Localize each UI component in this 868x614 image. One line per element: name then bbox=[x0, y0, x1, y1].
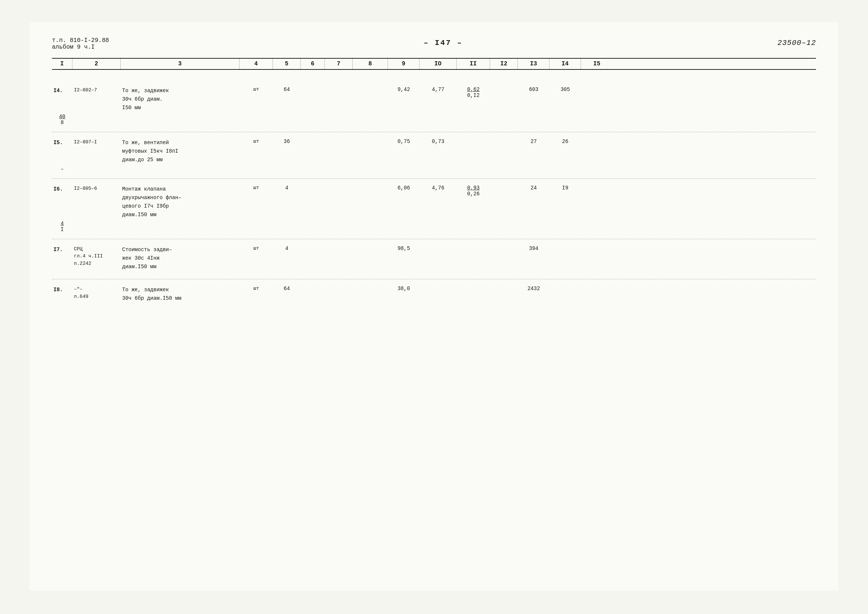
row-col9-14: 4,77 bbox=[420, 86, 457, 93]
table-row: I4. I2–802–7 То же, задвижек30ч 6бр диам… bbox=[52, 80, 816, 132]
col-header-8: 8 bbox=[353, 59, 388, 69]
row-col12-15: 27 bbox=[518, 138, 549, 145]
page: т.п. 810-I-29.88 альбом 9 ч.I – I47 – 23… bbox=[30, 22, 838, 591]
row-col5-17 bbox=[301, 245, 325, 246]
header-center: – I47 – bbox=[424, 39, 463, 47]
row-col10-15 bbox=[457, 138, 490, 139]
row-col9-17 bbox=[420, 245, 457, 246]
table-row: I7. СРЦгл.4 ч.IIIп.2242 Стоимость задви–… bbox=[52, 239, 816, 279]
row-col4-14: 64 bbox=[273, 86, 301, 93]
row-num-15: I5. bbox=[52, 138, 72, 148]
row-col6-18 bbox=[325, 285, 353, 286]
row-col12-18: 2432 bbox=[518, 285, 549, 292]
col-header-1: I bbox=[52, 59, 72, 69]
row-code-15: I2–807–I bbox=[72, 138, 121, 147]
row-col11-18 bbox=[490, 285, 518, 286]
row-col5-15 bbox=[301, 138, 325, 139]
row-col11-17 bbox=[490, 245, 518, 246]
header-line1: т.п. 810-I-29.88 bbox=[52, 37, 109, 44]
header-line2: альбом 9 ч.I bbox=[52, 44, 109, 51]
row-col14-15 bbox=[581, 138, 612, 139]
table-row: I6. I2–805–6 Монтаж клапанадвухрычажного… bbox=[52, 179, 816, 239]
row-col15-16: 4 I bbox=[52, 220, 72, 233]
row-col8-18: 38,0 bbox=[388, 285, 420, 292]
row-col11-14 bbox=[490, 86, 518, 87]
row-col12-16: 24 bbox=[518, 184, 549, 192]
col-header-10: IO bbox=[420, 59, 457, 69]
row-desc-18: То же, задвижек30ч 6бр диам.I50 мм bbox=[121, 285, 239, 303]
row-col7-15 bbox=[353, 138, 388, 139]
row-unit-17: шт bbox=[239, 245, 273, 252]
row-col4-18: 64 bbox=[273, 285, 301, 292]
row-col8-15: 0,75 bbox=[388, 138, 420, 145]
header-left: т.п. 810-I-29.88 альбом 9 ч.I bbox=[52, 37, 109, 51]
row-desc-15: То же, вентилеймуфтовых I5кч I8пIдиам.до… bbox=[121, 138, 239, 165]
row-col9-15: 0,73 bbox=[420, 138, 457, 145]
header-right: 23500–12 bbox=[777, 39, 816, 47]
row-desc-16: Монтаж клапанадвухрычажного флан–цевого … bbox=[121, 184, 239, 220]
row-unit-16: шт bbox=[239, 184, 273, 191]
row-unit-18: шт bbox=[239, 285, 273, 292]
row-col15-17 bbox=[52, 272, 72, 274]
row-col10-18 bbox=[457, 285, 490, 286]
row-code-16: I2–805–6 bbox=[72, 184, 121, 193]
col-header-5: 5 bbox=[273, 59, 301, 69]
row-col15-14: 40 8 bbox=[52, 113, 72, 126]
row-col5-18 bbox=[301, 285, 325, 286]
column-headers: I 2 3 4 5 6 7 8 9 IO II I2 I3 I4 I5 bbox=[52, 59, 816, 69]
row-unit-14: шт bbox=[239, 86, 273, 93]
table-row: I8. –"–п.649 То же, задвижек30ч 6бр диам… bbox=[52, 279, 816, 311]
header-area: т.п. 810-I-29.88 альбом 9 ч.I – I47 – 23… bbox=[52, 37, 816, 51]
row-col13-14: 305 bbox=[549, 86, 581, 93]
col-header-13: I3 bbox=[518, 59, 549, 69]
row-code-14: I2–802–7 bbox=[72, 86, 121, 95]
row-col13-16: I9 bbox=[549, 184, 581, 192]
row-col10-14: 0,62 0,I2 bbox=[457, 86, 490, 99]
row-col7-14 bbox=[353, 86, 388, 87]
col-header-7: 7 bbox=[325, 59, 353, 69]
row-col10-16: 0,93 0,26 bbox=[457, 184, 490, 197]
row-col12-17: 394 bbox=[518, 245, 549, 252]
col-header-4: 4 bbox=[239, 59, 273, 69]
row-num-18: I8. bbox=[52, 285, 72, 295]
column-headers-wrapper: I 2 3 4 5 6 7 8 9 IO II I2 I3 I4 I5 bbox=[52, 58, 816, 70]
row-col4-17: 4 bbox=[273, 245, 301, 252]
row-col11-15 bbox=[490, 138, 518, 139]
row-col12-14: 603 bbox=[518, 86, 549, 93]
row-desc-14: То же, задвижек30ч 6бр диам.I50 мм bbox=[121, 86, 239, 113]
row-col13-18 bbox=[549, 285, 581, 286]
col-header-3: 3 bbox=[121, 59, 239, 69]
row-num-17: I7. bbox=[52, 245, 72, 255]
col-header-15: I5 bbox=[581, 59, 612, 69]
row-code-18: –"–п.649 bbox=[72, 285, 121, 301]
row-col13-17 bbox=[549, 245, 581, 246]
row-col11-16 bbox=[490, 184, 518, 186]
row-col9-16: 4,76 bbox=[420, 184, 457, 192]
row-col14-16 bbox=[581, 184, 612, 186]
row-desc-17: Стоимость задви–жек 30с 4Iнждиам.I50 мм bbox=[121, 245, 239, 272]
row-col5-14 bbox=[301, 86, 325, 87]
col-header-14: I4 bbox=[549, 59, 581, 69]
row-col8-17: 98,5 bbox=[388, 245, 420, 252]
row-col14-14 bbox=[581, 86, 612, 87]
row-col15-18 bbox=[52, 303, 72, 305]
col-header-2: 2 bbox=[72, 59, 121, 69]
row-col5-16 bbox=[301, 184, 325, 186]
row-col4-16: 4 bbox=[273, 184, 301, 192]
col-header-11: II bbox=[457, 59, 490, 69]
col-header-9: 9 bbox=[388, 59, 420, 69]
row-code-17: СРЦгл.4 ч.IIIп.2242 bbox=[72, 245, 121, 268]
row-col7-17 bbox=[353, 245, 388, 246]
row-col8-14: 9,42 bbox=[388, 86, 420, 93]
row-unit-15: шт bbox=[239, 138, 273, 145]
row-col8-16: 6,06 bbox=[388, 184, 420, 192]
row-num-16: I6. bbox=[52, 184, 72, 194]
row-col4-15: 36 bbox=[273, 138, 301, 145]
row-col7-16 bbox=[353, 184, 388, 186]
table-row: I5. I2–807–I То же, вентилеймуфтовых I5к… bbox=[52, 132, 816, 178]
row-col13-15: 26 bbox=[549, 138, 581, 145]
row-col6-17 bbox=[325, 245, 353, 246]
row-num-14: I4. bbox=[52, 86, 72, 95]
row-col14-18 bbox=[581, 285, 612, 286]
row-col10-17 bbox=[457, 245, 490, 246]
